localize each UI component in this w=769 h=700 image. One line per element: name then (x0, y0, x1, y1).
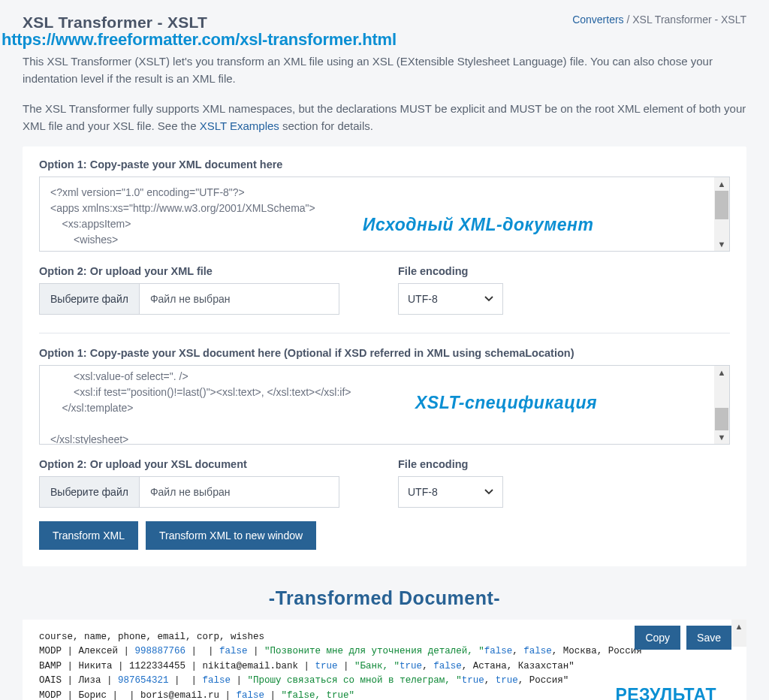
chevron-down-icon (484, 487, 493, 496)
scroll-thumb[interactable] (715, 191, 728, 219)
xsl-textarea[interactable]: <xsl:value-of select=". /> <xsl:if test=… (39, 365, 730, 445)
xsl-option1-label: Option 1: Copy-paste your XSL document h… (39, 347, 730, 359)
xsl-option2-label: Option 2: Or upload your XSL document (39, 458, 371, 470)
output-text[interactable]: course, name, phone, email, corp, wishes… (39, 630, 730, 700)
scroll-up-icon[interactable]: ▲ (714, 177, 729, 191)
xml-encoding-label: File encoding (398, 265, 730, 277)
scroll-up-icon[interactable]: ▲ (714, 366, 729, 379)
xml-option1-label: Option 1: Copy-paste your XML document h… (39, 158, 730, 170)
xsl-encoding-select[interactable]: UTF-8 (398, 476, 503, 508)
xml-choose-file-button[interactable]: Выберите файл (40, 284, 140, 314)
scroll-up-icon[interactable]: ▲ (731, 620, 746, 647)
scroll-thumb[interactable] (715, 408, 728, 430)
save-button[interactable]: Save (686, 626, 731, 650)
scroll-down-icon[interactable]: ▼ (714, 237, 729, 251)
xml-option2-label: Option 2: Or upload your XML file (39, 265, 371, 277)
xsl-choose-file-button[interactable]: Выберите файл (40, 477, 140, 507)
transform-xml-new-window-button[interactable]: Transform XML to new window (146, 521, 316, 550)
xsl-encoding-label: File encoding (398, 458, 730, 470)
xslt-examples-link[interactable]: XSLT Examples (200, 119, 279, 132)
output-heading: -Transformed Document- (23, 587, 746, 609)
output-panel: ▲ Copy Save course, name, phone, email, … (23, 620, 746, 700)
scrollbar[interactable]: ▲ ▼ (714, 366, 729, 444)
breadcrumb: Converters / XSL Transformer - XSLT (572, 14, 746, 26)
intro-paragraph-1: This XSL Transformer (XSLT) let's you tr… (23, 53, 746, 88)
copy-button[interactable]: Copy (635, 626, 680, 650)
scrollbar[interactable]: ▲ ▼ (714, 177, 729, 251)
breadcrumb-converters-link[interactable]: Converters (572, 14, 623, 26)
breadcrumb-current: XSL Transformer - XSLT (632, 14, 746, 26)
scroll-down-icon[interactable]: ▼ (714, 430, 729, 444)
page-title: XSL Transformer - XSLT (23, 14, 207, 32)
overlay-url-annotation: https://www.freeformatter.com/xsl-transf… (2, 30, 746, 50)
xml-encoding-select[interactable]: UTF-8 (398, 283, 503, 315)
xml-file-input[interactable]: Выберите файл Файл не выбран (39, 283, 339, 315)
form-panel: Option 1: Copy-paste your XML document h… (23, 146, 746, 566)
chevron-down-icon (484, 294, 493, 303)
divider (39, 333, 730, 333)
xsl-file-status: Файл не выбран (140, 477, 241, 507)
xml-file-status: Файл не выбран (140, 284, 241, 314)
xsl-file-input[interactable]: Выберите файл Файл не выбран (39, 476, 339, 508)
intro-paragraph-2: The XSL Transformer fully supports XML n… (23, 100, 746, 135)
transform-xml-button[interactable]: Transform XML (39, 521, 138, 550)
xml-textarea[interactable]: <?xml version="1.0" encoding="UTF-8"?> <… (39, 177, 730, 252)
